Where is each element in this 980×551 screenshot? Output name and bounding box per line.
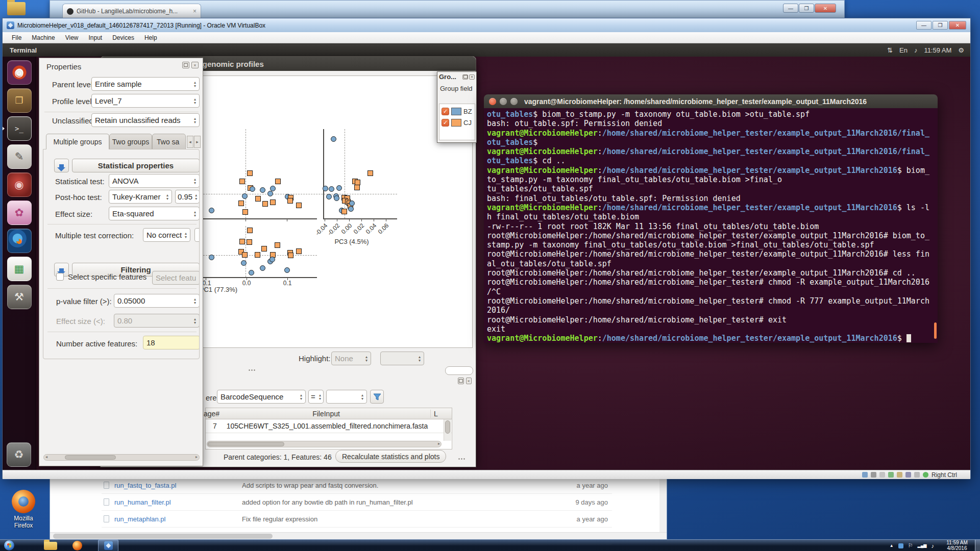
taskbar-firefox-icon[interactable] — [72, 541, 82, 550]
legend-checkbox[interactable]: ✓ — [442, 108, 449, 115]
multiple-test-correction-select[interactable]: No correct▴▾ — [143, 228, 190, 242]
taskbar-volume-icon[interactable]: ♪ — [932, 543, 935, 549]
show-desktop-button[interactable] — [975, 540, 980, 551]
keyboard-indicator-icon[interactable]: ⇅ — [887, 46, 893, 54]
tab-multiple-groups[interactable]: Multiple groups — [46, 134, 109, 149]
effect-size-filter-spinner[interactable]: 0.80▴▾ — [114, 314, 200, 328]
vm-mouse-icon[interactable] — [923, 472, 928, 478]
statistical-test-select[interactable]: ANOVA▴▾ — [109, 174, 200, 188]
terminal-scrollbar-thumb[interactable] — [934, 322, 937, 339]
menu-view[interactable]: View — [60, 34, 84, 41]
vm-hdd-icon[interactable] — [871, 472, 876, 478]
group-panel-titlebar[interactable]: Gro... × — [437, 72, 476, 82]
virtualbox-titlebar[interactable]: MicrobiomeHelper_v018_default_1460126787… — [3, 18, 970, 32]
firefox-desktop-shortcut[interactable]: Mozilla Firefox — [5, 490, 42, 529]
browser-hscrollbar[interactable] — [50, 532, 667, 539]
close-panel-icon[interactable]: × — [469, 74, 475, 80]
tab-scroll-left-icon[interactable]: ◂ — [187, 136, 193, 148]
clipped-control[interactable] — [194, 228, 200, 242]
terminal-maximize-icon[interactable] — [510, 98, 518, 105]
terminal-minimize-icon[interactable] — [500, 98, 507, 105]
filter-value-select[interactable]: ▴▾ — [326, 390, 367, 404]
vm-video-icon[interactable] — [914, 472, 920, 478]
taskbar-clock[interactable]: 11:59 AM 4/8/2016 — [940, 540, 974, 551]
tab-scroll-right-icon[interactable]: ▸ — [194, 136, 201, 148]
session-gear-icon[interactable]: ⚙ — [958, 46, 964, 54]
action-center-icon[interactable]: ⚐ — [908, 542, 913, 549]
apply-filter-button[interactable] — [370, 390, 384, 404]
launcher-calc-icon[interactable]: ▦ — [7, 257, 32, 281]
browser-minimize-button[interactable]: — — [783, 4, 798, 13]
panel-mini-scrollbar[interactable] — [445, 366, 473, 375]
legend-checkbox[interactable]: ✓ — [442, 119, 449, 127]
tab-close-icon[interactable]: × — [193, 8, 197, 15]
launcher-trash-icon[interactable]: ♻ — [7, 442, 31, 467]
properties-hscrollbar[interactable]: ◂ ▸ — [43, 454, 200, 461]
menu-machine[interactable]: Machine — [27, 34, 60, 41]
tray-expand-icon[interactable]: ▲ — [890, 543, 894, 548]
language-indicator[interactable]: En — [899, 46, 908, 54]
github-file-link[interactable]: run_metaphlan.pl — [114, 515, 237, 523]
panel-clock[interactable]: 11:59 AM — [924, 46, 951, 54]
float-panel-icon[interactable] — [182, 62, 189, 68]
column-header-cage[interactable]: age# — [204, 410, 222, 418]
filter-field-select[interactable]: BarcodeSequence▴▾ — [217, 390, 306, 404]
table-vscrollbar[interactable] — [444, 419, 451, 441]
github-commit-message[interactable]: Add scripts to wrap pear and fastq conve… — [242, 482, 560, 489]
posthoc-ci-spinner[interactable]: 0.95▴▾ — [175, 190, 200, 204]
menu-file[interactable]: File — [7, 34, 27, 41]
network-icon[interactable]: ▂▄▆ — [918, 543, 927, 548]
close-panel-icon[interactable]: × — [466, 378, 472, 384]
column-header-fileinput[interactable]: FileInput — [222, 410, 430, 418]
taskbar-explorer-icon[interactable] — [44, 542, 57, 550]
collapse-statistical-button[interactable] — [54, 159, 69, 172]
select-specific-features-checkbox[interactable] — [56, 273, 64, 281]
browser-tab[interactable]: GitHub - LangilleLab/microbiome_h... × — [62, 4, 201, 18]
terminal-close-icon[interactable] — [489, 98, 496, 105]
close-panel-icon[interactable]: × — [191, 62, 199, 68]
github-file-link[interactable]: run_human_filter.pl — [114, 498, 237, 506]
launcher-dash-icon[interactable]: ◎ — [7, 60, 32, 85]
posthoc-test-select[interactable]: Tukey-Kramer▴▾ — [109, 190, 172, 204]
pvalue-filter-spinner[interactable]: 0.05000▴▾ — [114, 294, 200, 308]
float-panel-icon[interactable] — [458, 378, 464, 384]
desktop-folder-icon[interactable] — [7, 2, 26, 15]
launcher-software-icon[interactable]: ◉ — [7, 172, 32, 197]
vm-maximize-button[interactable]: ❐ — [933, 21, 948, 30]
effect-size-select[interactable]: Eta-squared▴▾ — [109, 207, 200, 220]
vm-minimize-button[interactable]: — — [916, 21, 932, 30]
recalculate-button[interactable]: Recalculate statistics and plots — [335, 450, 446, 463]
table-row[interactable]: 7 105CHE6WT_S325_L001.assembled_filtered… — [206, 419, 452, 433]
resize-grip[interactable] — [458, 458, 465, 461]
filter-operator-select[interactable]: =▴▾ — [308, 390, 324, 404]
launcher-firefox-icon[interactable]: ◕ — [7, 229, 32, 253]
parent-level-select[interactable]: Entire sample▴▾ — [91, 77, 200, 91]
tray-app-icon[interactable] — [898, 543, 903, 548]
taskbar-virtualbox-icon[interactable] — [98, 540, 118, 551]
launcher-tools-icon[interactable]: ⚒ — [7, 285, 32, 309]
launcher-photos-icon[interactable]: ✿ — [7, 201, 32, 225]
terminal-titlebar[interactable]: vagrant@MicrobiomeHelper: /home/shared/m… — [484, 94, 938, 108]
column-header-linker[interactable]: L — [430, 410, 452, 418]
tab-two-samples[interactable]: Two sa — [152, 134, 186, 149]
profile-level-select[interactable]: Level_7▴▾ — [91, 94, 200, 108]
unclassified-select[interactable]: Retain unclassified reads▴▾ — [91, 113, 200, 127]
vm-display-icon[interactable] — [862, 472, 868, 478]
highlight-select[interactable]: None▴▾ — [331, 352, 371, 365]
vm-cd-icon[interactable] — [879, 472, 885, 478]
github-commit-message[interactable]: added option for any bowtie db path in r… — [242, 498, 560, 506]
vm-network-icon[interactable] — [888, 472, 894, 478]
vm-sharedfolders-icon[interactable] — [905, 472, 911, 478]
vm-close-button[interactable]: ✕ — [949, 21, 966, 30]
table-hscrollbar[interactable]: ▸ — [207, 441, 442, 447]
menu-input[interactable]: Input — [84, 34, 108, 41]
github-commit-message[interactable]: Fix file regular expression — [242, 515, 560, 523]
launcher-editor-icon[interactable]: ✎ — [7, 144, 32, 169]
vm-usb-icon[interactable] — [897, 472, 902, 478]
launcher-files-icon[interactable]: ❐ — [7, 88, 32, 113]
statistical-properties-header[interactable]: Statistical properties — [72, 159, 200, 172]
select-features-button[interactable]: Select featu — [152, 271, 200, 285]
splitter-handle[interactable] — [248, 369, 255, 372]
tab-two-groups[interactable]: Two groups — [109, 134, 152, 149]
terminal-body[interactable]: otu_tables$ biom_to_stamp.py -m taxonomy… — [484, 108, 938, 343]
